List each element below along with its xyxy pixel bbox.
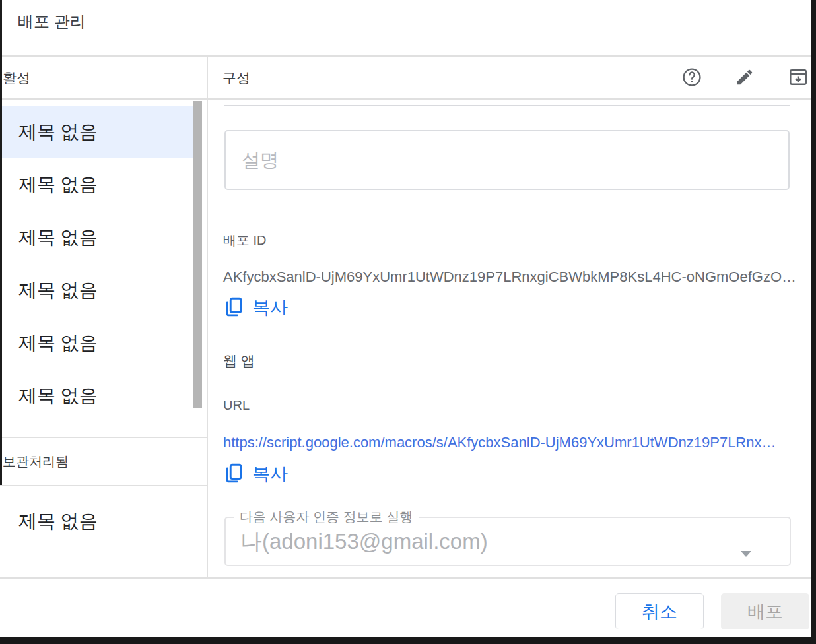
web-app-label: 웹 앱 xyxy=(223,352,255,370)
config-section-header: 구성 xyxy=(222,69,250,87)
execute-as-label: 다음 사용자 인증 정보로 실행 xyxy=(234,508,419,526)
copy-label: 복사 xyxy=(252,296,288,319)
deployment-list-item[interactable]: 제목 없음 xyxy=(0,106,193,158)
archived-section-divider xyxy=(0,437,207,438)
archive-button[interactable] xyxy=(788,67,809,88)
web-app-url-link[interactable]: https://script.google.com/macros/s/AKfyc… xyxy=(223,434,776,451)
clipped-field-edge xyxy=(224,105,790,106)
copy-icon xyxy=(223,463,243,485)
archived-section-header: 보관처리됨 xyxy=(3,453,69,470)
copy-label: 복사 xyxy=(252,462,288,486)
help-icon xyxy=(681,67,702,88)
dialog-title: 배포 관리 xyxy=(18,11,86,32)
cancel-button[interactable]: 취소 xyxy=(615,593,704,629)
copy-icon xyxy=(223,296,243,319)
archive-icon xyxy=(788,67,809,88)
execute-as-value: 나(adoni153@gmail.com) xyxy=(226,527,790,557)
archived-deployment-list-item[interactable]: 제목 없음 xyxy=(0,495,193,548)
deploy-button[interactable]: 배포 xyxy=(721,593,809,629)
header-divider xyxy=(0,98,811,100)
window-edge-right xyxy=(811,0,816,644)
deployment-id-value: AKfycbxSanlD-UjM69YxUmr1UtWDnz19P7LRnxgi… xyxy=(223,269,796,286)
panel-divider xyxy=(207,55,208,577)
help-button[interactable] xyxy=(681,67,702,88)
deployment-list-item[interactable]: 제목 없음 xyxy=(0,317,193,370)
archived-header-divider xyxy=(0,485,207,486)
chevron-down-icon xyxy=(741,551,751,557)
copy-deployment-id-button[interactable]: 복사 xyxy=(223,296,288,319)
deployment-id-label: 배포 ID xyxy=(223,232,267,249)
title-divider xyxy=(0,55,811,57)
deployment-list-item[interactable]: 제목 없음 xyxy=(0,211,193,264)
deployment-list-item[interactable]: 제목 없음 xyxy=(0,370,193,422)
deployment-list-item[interactable]: 제목 없음 xyxy=(0,264,193,317)
window-edge-bottom xyxy=(0,637,816,644)
edit-button[interactable] xyxy=(734,67,755,88)
deployment-list-item[interactable]: 제목 없음 xyxy=(0,158,193,211)
description-input[interactable] xyxy=(224,130,790,190)
execute-as-select[interactable]: 다음 사용자 인증 정보로 실행 나(adoni153@gmail.com) xyxy=(224,508,791,566)
copy-url-button[interactable]: 복사 xyxy=(223,462,288,486)
active-section-header: 활성 xyxy=(3,69,30,87)
window-edge-left xyxy=(0,0,2,485)
manage-deployments-dialog: 배포 관리 활성 구성 제목 없음 제목 없음 제목 없음 제목 없음 제목 없… xyxy=(0,0,811,637)
url-label: URL xyxy=(223,398,250,413)
edit-pencil-icon xyxy=(735,67,755,87)
footer-divider xyxy=(0,577,811,579)
list-scrollbar-thumb[interactable] xyxy=(193,101,202,408)
